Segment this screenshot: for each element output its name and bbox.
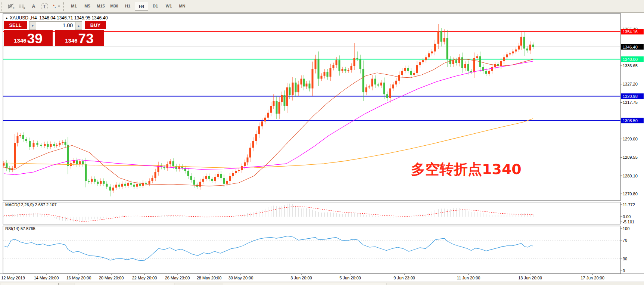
rsi-axis-tick: 100 (623, 226, 629, 231)
candle-body (395, 81, 397, 84)
chart-tab[interactable] (1, 283, 59, 285)
candle-body (276, 101, 278, 114)
timeframe-button-w1[interactable]: W1 (162, 2, 175, 10)
indicator-list-icon[interactable]: F (18, 2, 27, 11)
candle-body (252, 141, 254, 148)
candle-body (281, 95, 283, 102)
candle-body (164, 167, 165, 168)
candle-body (431, 52, 433, 53)
buy-button[interactable]: BUY (85, 21, 106, 30)
candle-body (94, 179, 96, 182)
candle-body (124, 184, 126, 186)
candle-body (292, 83, 294, 95)
timeframe-button-d1[interactable]: D1 (149, 2, 162, 10)
text-box-icon[interactable]: T (40, 2, 50, 11)
candle-body (6, 163, 8, 168)
timeframe-button-m30[interactable]: M30 (108, 2, 121, 10)
timeframe-button-m5[interactable]: M5 (81, 2, 94, 10)
bottom-tab-strip (0, 282, 644, 285)
timeframe-button-h1[interactable]: H1 (121, 2, 134, 10)
timeframe-button-h4[interactable]: H4 (135, 2, 148, 11)
candle-body (241, 166, 243, 170)
candle-body (139, 184, 141, 186)
candle-body (208, 176, 210, 179)
volume-decrease-button[interactable]: ▾ (29, 21, 36, 30)
candle-body (172, 161, 174, 166)
sell-price-small: 1346 (14, 36, 26, 46)
buy-price-quote[interactable]: 1346 73 (55, 30, 104, 46)
candle-body (315, 59, 317, 69)
sell-price-quote[interactable]: 1346 39 (4, 30, 53, 46)
new-order-icon[interactable]: E (6, 2, 16, 11)
candle-body (73, 160, 75, 163)
candle-body (88, 181, 90, 182)
price-axis-tick: 1327.20 (623, 82, 638, 86)
collapse-icon[interactable]: ▲ (5, 16, 8, 20)
candle-body (273, 101, 275, 106)
candle-body (452, 60, 454, 64)
candle-body (398, 75, 400, 81)
candle-body (112, 188, 114, 190)
candle-body (14, 143, 16, 168)
candle-body (327, 72, 329, 77)
candle-body (434, 44, 436, 52)
time-axis-label: 14 May 20:00 (34, 276, 59, 280)
sell-price-big: 39 (27, 32, 43, 46)
candle-body (354, 58, 355, 66)
candle-body (416, 65, 418, 73)
sell-button[interactable]: SELL (4, 21, 27, 30)
candle-body (368, 86, 370, 87)
time-axis-label: 20 May 20:00 (99, 276, 124, 280)
one-click-trading-panel: SELL ▾ ▴ BUY 1346 39 1346 73 (4, 21, 106, 46)
candle-body (377, 84, 379, 86)
candle-body (374, 79, 376, 85)
candle-body (47, 144, 49, 147)
candle-body (67, 145, 69, 166)
timeframe-button-m1[interactable]: M1 (68, 2, 80, 10)
candle-body (298, 84, 299, 92)
price-axis-tick: 1270.80 (623, 192, 638, 196)
price-axis-tick: 1280.10 (623, 174, 638, 178)
candle-body (261, 121, 263, 126)
candle-body (217, 174, 219, 177)
candle-body (318, 59, 320, 79)
candle-body (529, 44, 531, 50)
candle-body (342, 69, 343, 71)
candle-body (149, 181, 150, 184)
candle-body (330, 68, 332, 77)
candle-body (238, 170, 240, 171)
time-axis-label: 12 May 2019 (1, 276, 25, 280)
price-badge-label: 1320.98 (623, 94, 638, 99)
toolbar-grip[interactable] (1, 2, 4, 11)
candle-body (50, 144, 52, 147)
candle-body (441, 31, 442, 42)
candle-body (401, 71, 403, 75)
volume-input[interactable] (36, 21, 75, 29)
arrows-tool-icon[interactable] (51, 2, 61, 11)
candle-body (506, 55, 508, 58)
candle-body (211, 179, 213, 181)
candle-body (3, 163, 5, 165)
candle-body (279, 102, 280, 114)
timeframe-button-mn[interactable]: MN (176, 2, 189, 10)
candle-body (289, 87, 291, 95)
chart-tab[interactable] (75, 283, 174, 285)
volume-increase-button[interactable]: ▴ (75, 21, 82, 30)
chart-tab[interactable] (223, 283, 386, 285)
candle-body (461, 57, 463, 68)
macd-axis-tick: -5.101 (623, 220, 634, 224)
candle-body (306, 84, 308, 87)
symbol-name: XAUUSD-,H4 (10, 15, 37, 21)
macd-label: MACD(12,26,9) 2.637 2.107 (5, 202, 57, 207)
toolbar-grip[interactable] (63, 2, 66, 11)
text-label-icon[interactable]: A (29, 2, 38, 11)
candle-body (485, 71, 487, 74)
candle-body (476, 56, 478, 58)
candle-body (422, 60, 424, 62)
price-badge-label: 1354.16 (623, 30, 638, 34)
candle-body (380, 83, 382, 86)
timeframe-button-m15[interactable]: M15 (94, 2, 107, 10)
candle-body (235, 171, 237, 173)
candle-body (386, 94, 388, 98)
candle-body (286, 87, 288, 106)
